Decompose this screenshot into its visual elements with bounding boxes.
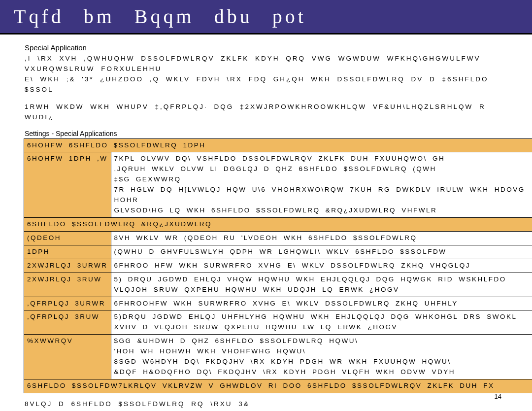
row-body-inproto: 6FHROOHFW WKH SURWRFRO XVHG E\ WKLV DSSO… bbox=[111, 297, 532, 310]
row-label-inport: ,QFRPLQJ 3RUW bbox=[24, 310, 111, 335]
row-label-outproto: 2XWJRLQJ 3URWR bbox=[24, 259, 111, 273]
row-label-buttons: %XWWRQV bbox=[24, 335, 111, 379]
intro-paragraph-1: ,I \RX XVH ,QWHUQHW DSSOLFDWLRQV ZKLFK K… bbox=[25, 54, 507, 95]
row-label-outport: 2XWJRLQJ 3RUW bbox=[24, 273, 111, 297]
row-body-select-name: 7KPL OLVWV DQ\ VSHFLDO DSSOLFDWLRQV ZKLF… bbox=[111, 152, 532, 218]
row-body-outproto: 6FHROO HFW WKH SURWRFRO XVHG E\ WKLV DSS… bbox=[111, 259, 532, 273]
row-body-buttons: $GG &UHDWH D QHZ 6SHFLDO $SSOLFDWLRQ HQW… bbox=[111, 335, 532, 379]
row-body-inport: 5)DRQU JGDWD EHLQJ UHFHLYHG HQWHU WKH EH… bbox=[111, 310, 532, 335]
table-heading: Settings - Special Applications bbox=[25, 130, 507, 137]
page-content: Special Application ,I \RX XVH ,QWHUQHW … bbox=[0, 34, 532, 411]
section-heading: Special Application bbox=[25, 43, 507, 52]
banner-title: Tqfd bm Bqqm dbu pot bbox=[14, 5, 306, 28]
page-number: 14 bbox=[495, 393, 501, 400]
intro-paragraph-2: 1RWH WKDW WKH WHUPV ‡,QFRPLQJ· DQG ‡2XWJ… bbox=[25, 102, 507, 123]
row-label-enable: (QDEOH bbox=[24, 231, 111, 245]
page-banner: Tqfd bm Bqqm dbu pot bbox=[0, 0, 532, 34]
row-header-2: 6SHFLDO $SSOLFDWLRQ &RQ¿JXUDWLRQ bbox=[24, 217, 532, 231]
settings-table: 6HOHFW 6SHFLDO $SSOLFDWLRQ 1DPH 6HOHFW 1… bbox=[24, 138, 532, 393]
row-body-outport: 5) DRQU JGDWD EHLQJ VHQW HQWHU WKH EHJLQ… bbox=[111, 273, 532, 297]
post-heading: 8VLQJ D 6SHFLDO $SSOLFDWLRQ RQ \RXU 3& bbox=[25, 399, 507, 410]
row-label-inproto: ,QFRPLQJ 3URWR bbox=[24, 297, 111, 310]
row-header-1: 6HOHFW 6SHFLDO $SSOLFDWLRQ 1DPH bbox=[24, 138, 532, 152]
row-label-select-name: 6HOHFW 1DPH ,W bbox=[24, 152, 111, 218]
row-label-name: 1DPH bbox=[24, 245, 111, 259]
row-footer: 6SHFLDO $SSOLFDW7LKRLQV VKLRVZW V GHWDLO… bbox=[24, 379, 532, 393]
row-body-enable: 8VH WKLV WR (QDEOH RU 'LVDEOH WKH 6SHFLD… bbox=[111, 231, 532, 245]
row-body-name: (QWHU D GHVFULSWLYH QDPH WR LGHQWLI\ WKL… bbox=[111, 245, 532, 259]
